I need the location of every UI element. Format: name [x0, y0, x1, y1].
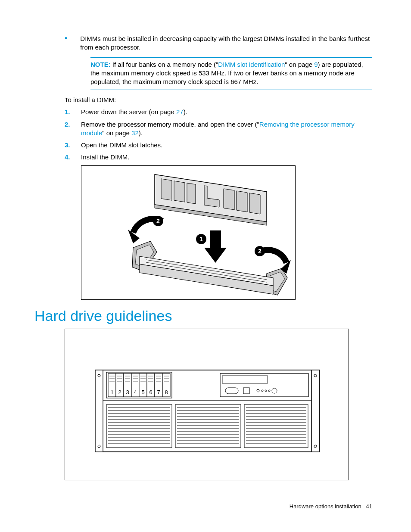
- svg-marker-10: [204, 248, 227, 263]
- svg-marker-5: [224, 189, 234, 210]
- svg-marker-2: [174, 181, 185, 202]
- step-text: Remove the processor memory module, and …: [81, 120, 372, 138]
- pre-list-text: To install a DIMM:: [65, 96, 372, 103]
- page-footer: Hardware options installation 41: [290, 503, 372, 510]
- footer-section: Hardware options installation: [290, 503, 361, 510]
- list-item: 1. Power down the server (on page 27).: [65, 108, 372, 116]
- note-label: NOTE:: [90, 61, 111, 68]
- drive-bay-label: 8: [165, 389, 168, 395]
- note-text-mid: " on page: [285, 61, 314, 68]
- drive-bay-label: 3: [126, 389, 129, 395]
- svg-marker-3: [187, 183, 196, 204]
- install-steps-list: 1. Power down the server (on page 27). 2…: [65, 108, 372, 162]
- figure-server-front: 12345678: [65, 329, 349, 480]
- drive-bay-label: 2: [118, 389, 121, 395]
- step-text: Install the DIMM.: [81, 153, 130, 162]
- svg-rect-25: [95, 370, 103, 452]
- drive-bay-label: 1: [110, 389, 113, 395]
- svg-marker-6: [237, 191, 247, 212]
- svg-marker-1: [161, 179, 172, 200]
- note-box: NOTE: If all four banks on a memory node…: [90, 57, 372, 90]
- note-text-pre: If all four banks on a memory node (": [112, 61, 218, 68]
- drive-bay-label: 4: [134, 389, 137, 395]
- drive-bay-label: 5: [141, 389, 144, 395]
- step-number: 1.: [65, 108, 81, 116]
- list-item: 4. Install the DIMM.: [65, 153, 372, 162]
- server-front-illustration: 12345678: [65, 329, 349, 480]
- step-text: Open the DIMM slot latches.: [81, 141, 162, 149]
- link-page-9[interactable]: 9: [314, 61, 318, 68]
- bullet-item: • DIMMs must be installed in decreasing …: [65, 34, 372, 52]
- footer-page-number: 41: [366, 503, 372, 510]
- step-number: 4.: [65, 153, 81, 162]
- svg-rect-28: [311, 370, 319, 452]
- list-item: 2. Remove the processor memory module, a…: [65, 120, 372, 138]
- callout-2-right: 2: [258, 248, 262, 255]
- list-item: 3. Open the DIMM slot latches.: [65, 141, 372, 149]
- heading-hard-drive-guidelines: Hard drive guidelines: [34, 308, 372, 324]
- bullet-marker-icon: •: [65, 34, 67, 52]
- drive-bay-label: 7: [157, 389, 160, 395]
- figure-dimm-install: 1 2 2: [81, 165, 296, 300]
- drive-bays: 12345678: [106, 372, 172, 398]
- step-number: 3.: [65, 141, 81, 149]
- dimm-install-illustration: 1 2 2: [81, 166, 296, 300]
- callout-1: 1: [199, 236, 203, 243]
- step-number: 2.: [65, 120, 81, 138]
- drive-bay-label: 6: [149, 389, 152, 395]
- link-dimm-slot-identification[interactable]: DIMM slot identification: [218, 61, 285, 68]
- callout-2-left: 2: [156, 218, 160, 224]
- link-page-27[interactable]: 27: [176, 108, 184, 115]
- bullet-text: DIMMs must be installed in decreasing ca…: [80, 34, 372, 52]
- svg-rect-9: [210, 230, 221, 248]
- svg-marker-7: [249, 193, 260, 214]
- svg-rect-65: [220, 373, 308, 397]
- step-text: Power down the server (on page 27).: [81, 108, 187, 116]
- link-page-32[interactable]: 32: [131, 129, 139, 137]
